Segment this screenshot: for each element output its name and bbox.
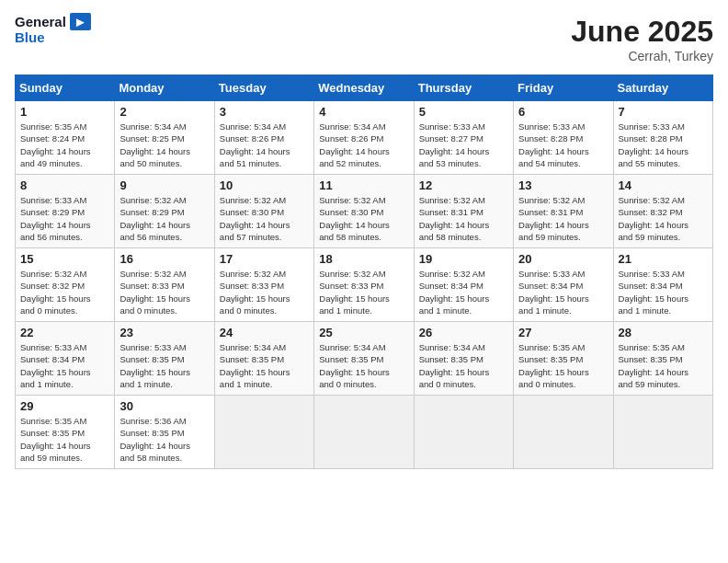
day-number: 25 — [319, 326, 408, 339]
table-row: 6Sunrise: 5:33 AMSunset: 8:28 PMDaylight… — [514, 101, 613, 175]
day-info: Sunrise: 5:32 AMSunset: 8:31 PMDaylight:… — [419, 194, 508, 243]
day-number: 9 — [119, 178, 209, 192]
day-number: 15 — [20, 252, 109, 266]
table-row: 13Sunrise: 5:32 AMSunset: 8:31 PMDayligh… — [514, 175, 613, 248]
header-row: Sunday Monday Tuesday Wednesday Thursday… — [16, 75, 713, 101]
day-info: Sunrise: 5:36 AMSunset: 8:35 PMDaylight:… — [119, 415, 209, 464]
day-info: Sunrise: 5:33 AMSunset: 8:28 PMDaylight:… — [619, 121, 708, 169]
day-info: Sunrise: 5:33 AMSunset: 8:27 PMDaylight:… — [419, 121, 508, 169]
day-info: Sunrise: 5:33 AMSunset: 8:34 PMDaylight:… — [518, 268, 608, 316]
calendar-week-row: 22Sunrise: 5:33 AMSunset: 8:34 PMDayligh… — [16, 322, 713, 396]
day-info: Sunrise: 5:32 AMSunset: 8:30 PMDaylight:… — [220, 194, 309, 243]
day-number: 20 — [518, 252, 608, 266]
table-row: 24Sunrise: 5:34 AMSunset: 8:35 PMDayligh… — [214, 322, 313, 396]
table-row: 27Sunrise: 5:35 AMSunset: 8:35 PMDayligh… — [514, 322, 613, 396]
table-row: 16Sunrise: 5:32 AMSunset: 8:33 PMDayligh… — [115, 248, 214, 322]
col-thursday: Thursday — [414, 75, 513, 101]
day-number: 21 — [619, 252, 708, 266]
table-row — [314, 396, 414, 469]
table-row — [214, 396, 313, 469]
table-row: 18Sunrise: 5:32 AMSunset: 8:33 PMDayligh… — [314, 248, 414, 322]
day-info: Sunrise: 5:32 AMSunset: 8:29 PMDaylight:… — [119, 194, 209, 243]
day-info: Sunrise: 5:32 AMSunset: 8:33 PMDaylight:… — [220, 268, 309, 316]
calendar-week-row: 15Sunrise: 5:32 AMSunset: 8:32 PMDayligh… — [16, 248, 713, 322]
col-tuesday: Tuesday — [214, 75, 313, 101]
calendar-week-row: 8Sunrise: 5:33 AMSunset: 8:29 PMDaylight… — [16, 175, 713, 248]
day-info: Sunrise: 5:33 AMSunset: 8:35 PMDaylight:… — [119, 341, 209, 390]
calendar-table: Sunday Monday Tuesday Wednesday Thursday… — [15, 75, 713, 469]
day-number: 1 — [20, 105, 109, 119]
calendar-week-row: 29Sunrise: 5:35 AMSunset: 8:35 PMDayligh… — [16, 396, 713, 469]
table-row: 12Sunrise: 5:32 AMSunset: 8:31 PMDayligh… — [414, 175, 513, 248]
day-number: 12 — [419, 178, 508, 192]
col-friday: Friday — [514, 75, 613, 101]
day-info: Sunrise: 5:35 AMSunset: 8:35 PMDaylight:… — [20, 415, 109, 464]
page-header: General ► Blue June 2025 Cerrah, Turkey — [15, 15, 713, 63]
day-number: 18 — [319, 252, 408, 266]
day-info: Sunrise: 5:32 AMSunset: 8:34 PMDaylight:… — [419, 268, 508, 316]
table-row: 5Sunrise: 5:33 AMSunset: 8:27 PMDaylight… — [414, 101, 513, 175]
day-info: Sunrise: 5:33 AMSunset: 8:28 PMDaylight:… — [518, 121, 608, 169]
col-saturday: Saturday — [613, 75, 712, 101]
day-info: Sunrise: 5:35 AMSunset: 8:35 PMDaylight:… — [518, 341, 608, 390]
table-row: 11Sunrise: 5:32 AMSunset: 8:30 PMDayligh… — [314, 175, 414, 248]
day-number: 2 — [119, 105, 209, 119]
table-row: 19Sunrise: 5:32 AMSunset: 8:34 PMDayligh… — [414, 248, 513, 322]
day-number: 5 — [419, 105, 508, 119]
table-row: 25Sunrise: 5:34 AMSunset: 8:35 PMDayligh… — [314, 322, 414, 396]
day-info: Sunrise: 5:34 AMSunset: 8:35 PMDaylight:… — [220, 341, 309, 390]
calendar-week-row: 1Sunrise: 5:35 AMSunset: 8:24 PMDaylight… — [16, 101, 713, 175]
day-number: 23 — [119, 326, 209, 339]
col-monday: Monday — [115, 75, 214, 101]
day-info: Sunrise: 5:32 AMSunset: 8:32 PMDaylight:… — [20, 268, 109, 316]
day-number: 28 — [619, 326, 708, 339]
day-number: 8 — [20, 178, 109, 192]
table-row: 4Sunrise: 5:34 AMSunset: 8:26 PMDaylight… — [314, 101, 414, 175]
day-info: Sunrise: 5:32 AMSunset: 8:31 PMDaylight:… — [518, 194, 608, 243]
table-row: 3Sunrise: 5:34 AMSunset: 8:26 PMDaylight… — [214, 101, 313, 175]
day-number: 11 — [319, 178, 408, 192]
day-number: 24 — [220, 326, 309, 339]
day-number: 14 — [619, 178, 708, 192]
day-number: 17 — [220, 252, 309, 266]
day-info: Sunrise: 5:33 AMSunset: 8:34 PMDaylight:… — [619, 268, 708, 316]
table-row: 14Sunrise: 5:32 AMSunset: 8:32 PMDayligh… — [613, 175, 712, 248]
day-info: Sunrise: 5:34 AMSunset: 8:35 PMDaylight:… — [319, 341, 408, 390]
day-info: Sunrise: 5:32 AMSunset: 8:30 PMDaylight:… — [319, 194, 408, 243]
day-number: 7 — [619, 105, 708, 119]
day-number: 10 — [220, 178, 309, 192]
month-title: June 2025 — [571, 15, 713, 49]
table-row: 30Sunrise: 5:36 AMSunset: 8:35 PMDayligh… — [115, 396, 214, 469]
table-row: 1Sunrise: 5:35 AMSunset: 8:24 PMDaylight… — [16, 101, 115, 175]
day-info: Sunrise: 5:35 AMSunset: 8:24 PMDaylight:… — [20, 121, 109, 169]
table-row: 29Sunrise: 5:35 AMSunset: 8:35 PMDayligh… — [16, 396, 115, 469]
table-row: 20Sunrise: 5:33 AMSunset: 8:34 PMDayligh… — [514, 248, 613, 322]
day-info: Sunrise: 5:32 AMSunset: 8:33 PMDaylight:… — [119, 268, 209, 316]
day-number: 16 — [119, 252, 209, 266]
table-row — [514, 396, 613, 469]
table-row: 9Sunrise: 5:32 AMSunset: 8:29 PMDaylight… — [115, 175, 214, 248]
day-number: 13 — [518, 178, 608, 192]
day-info: Sunrise: 5:34 AMSunset: 8:35 PMDaylight:… — [419, 341, 508, 390]
title-block: June 2025 Cerrah, Turkey — [571, 15, 713, 63]
table-row: 2Sunrise: 5:34 AMSunset: 8:25 PMDaylight… — [115, 101, 214, 175]
table-row: 23Sunrise: 5:33 AMSunset: 8:35 PMDayligh… — [115, 322, 214, 396]
table-row: 21Sunrise: 5:33 AMSunset: 8:34 PMDayligh… — [613, 248, 712, 322]
table-row — [613, 396, 712, 469]
day-number: 4 — [319, 105, 408, 119]
table-row: 17Sunrise: 5:32 AMSunset: 8:33 PMDayligh… — [214, 248, 313, 322]
day-info: Sunrise: 5:35 AMSunset: 8:35 PMDaylight:… — [619, 341, 708, 390]
day-info: Sunrise: 5:33 AMSunset: 8:34 PMDaylight:… — [20, 341, 109, 390]
table-row: 26Sunrise: 5:34 AMSunset: 8:35 PMDayligh… — [414, 322, 513, 396]
table-row: 22Sunrise: 5:33 AMSunset: 8:34 PMDayligh… — [16, 322, 115, 396]
day-number: 6 — [518, 105, 608, 119]
logo: General ► Blue — [15, 15, 91, 45]
col-wednesday: Wednesday — [314, 75, 414, 101]
table-row: 28Sunrise: 5:35 AMSunset: 8:35 PMDayligh… — [613, 322, 712, 396]
location: Cerrah, Turkey — [571, 49, 713, 63]
day-info: Sunrise: 5:34 AMSunset: 8:26 PMDaylight:… — [220, 121, 309, 169]
table-row: 7Sunrise: 5:33 AMSunset: 8:28 PMDaylight… — [613, 101, 712, 175]
day-number: 29 — [20, 399, 109, 413]
table-row — [414, 396, 513, 469]
day-number: 30 — [119, 399, 209, 413]
